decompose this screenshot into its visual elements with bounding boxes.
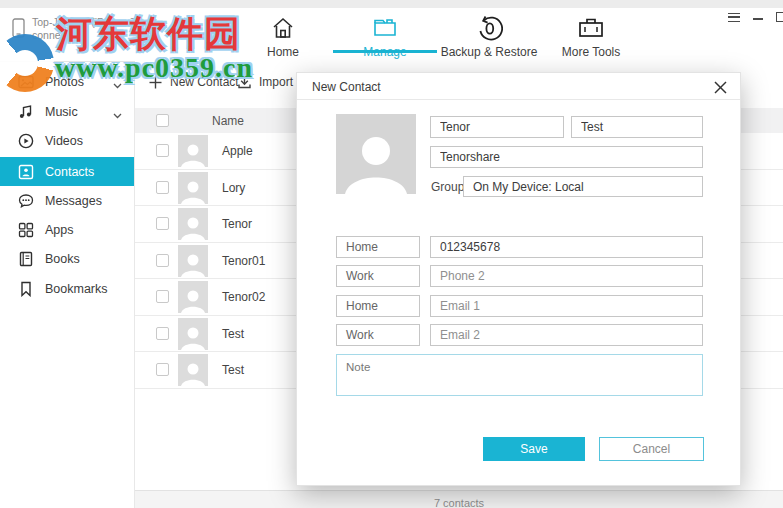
phone2-field[interactable] <box>430 265 703 287</box>
chevron-down-icon[interactable] <box>113 108 122 122</box>
row-checkbox[interactable] <box>156 290 169 303</box>
contacts-icon <box>18 164 34 180</box>
email1-field[interactable] <box>430 295 703 317</box>
row-checkbox[interactable] <box>156 363 169 376</box>
new-contact-dialog: New Contact Group Home Work Home Work Sa… <box>296 72 741 486</box>
avatar-placeholder <box>178 354 208 386</box>
tab-more-tools-label: More Tools <box>531 45 651 59</box>
sidebar-item-music[interactable]: Music <box>0 97 134 126</box>
sidebar: Photos Music Videos Contacts Messages Ap… <box>0 62 135 508</box>
sidebar-item-label: Books <box>45 252 80 266</box>
sidebar-item-videos[interactable]: Videos <box>0 126 134 155</box>
first-name-field[interactable] <box>430 116 564 138</box>
window-controls <box>728 12 783 22</box>
group-label: Group <box>431 180 464 194</box>
photos-icon <box>18 74 34 90</box>
contact-photo-placeholder[interactable] <box>336 114 416 194</box>
sidebar-item-bookmarks[interactable]: Bookmarks <box>0 274 134 303</box>
sidebar-item-contacts[interactable]: Contacts <box>0 157 134 186</box>
row-checkbox[interactable] <box>156 181 169 194</box>
messages-icon <box>18 193 34 209</box>
apps-icon <box>18 222 34 238</box>
phone1-field[interactable] <box>430 236 703 258</box>
manage-folder-icon <box>325 14 445 42</box>
contact-name: Test <box>222 363 244 377</box>
phone1-type-label: Home <box>346 240 378 254</box>
phone-icon <box>12 18 25 38</box>
avatar-placeholder <box>178 281 208 313</box>
sidebar-item-apps[interactable]: Apps <box>0 215 134 244</box>
avatar-placeholder <box>178 135 208 167</box>
dialog-title: New Contact <box>312 80 381 94</box>
plus-icon <box>149 76 162 89</box>
minimize-icon[interactable] <box>753 18 763 20</box>
sidebar-item-photos[interactable]: Photos <box>0 67 134 96</box>
sidebar-item-label: Music <box>45 105 78 119</box>
chevron-down-icon[interactable] <box>113 78 122 92</box>
avatar-placeholder <box>178 245 208 277</box>
maximize-icon[interactable] <box>776 12 783 22</box>
group-field[interactable] <box>463 176 703 197</box>
row-checkbox[interactable] <box>156 327 169 340</box>
sidebar-item-messages[interactable]: Messages <box>0 186 134 215</box>
videos-icon <box>18 133 34 149</box>
avatar-placeholder <box>178 172 208 204</box>
row-checkbox[interactable] <box>156 254 169 267</box>
email2-type-selector[interactable]: Work <box>336 324 420 346</box>
name-column-header: Name <box>212 114 244 128</box>
contact-name: Tenor01 <box>222 254 265 268</box>
new-contact-button[interactable]: New Contact <box>149 75 239 89</box>
phone2-type-label: Work <box>346 269 374 283</box>
window-top-edge <box>0 0 783 8</box>
import-label: Import <box>259 75 293 89</box>
import-icon <box>238 75 251 89</box>
email2-field[interactable] <box>430 324 703 346</box>
device-indicator: Top-Jonse'.. (iPhone 7) connected <box>12 16 140 42</box>
device-status: connected <box>32 29 140 42</box>
contact-name: Tenor02 <box>222 290 265 304</box>
device-name: Top-Jonse'.. (iPhone 7) <box>32 16 140 29</box>
select-all-checkbox[interactable] <box>156 114 169 127</box>
row-checkbox[interactable] <box>156 144 169 157</box>
company-field[interactable] <box>430 146 703 168</box>
contacts-count: 7 contacts <box>135 490 783 508</box>
new-contact-label: New Contact <box>170 75 239 89</box>
app-window: Top-Jonse'.. (iPhone 7) connected Home M… <box>0 0 783 508</box>
active-tab-underline <box>333 50 437 53</box>
sidebar-item-label: Photos <box>45 75 84 89</box>
sidebar-item-books[interactable]: Books <box>0 244 134 273</box>
contact-name: Test <box>222 327 244 341</box>
last-name-field[interactable] <box>571 116 703 138</box>
music-icon <box>18 104 34 120</box>
close-icon[interactable] <box>712 79 728 95</box>
contact-name: Lory <box>222 181 245 195</box>
avatar-placeholder <box>178 318 208 350</box>
row-checkbox[interactable] <box>156 217 169 230</box>
phone1-type-selector[interactable]: Home <box>336 236 420 258</box>
bookmarks-icon <box>18 281 34 297</box>
email1-type-label: Home <box>346 299 378 313</box>
email2-type-label: Work <box>346 328 374 342</box>
sidebar-item-label: Bookmarks <box>45 282 108 296</box>
header: Top-Jonse'.. (iPhone 7) connected Home M… <box>0 8 783 62</box>
note-field[interactable] <box>336 354 703 396</box>
sidebar-item-label: Contacts <box>45 165 94 179</box>
email1-type-selector[interactable]: Home <box>336 295 420 317</box>
sidebar-item-label: Videos <box>45 134 83 148</box>
sidebar-item-label: Messages <box>45 194 102 208</box>
contact-name: Tenor <box>222 217 252 231</box>
save-button[interactable]: Save <box>483 437 585 461</box>
dialog-header: New Contact <box>297 73 740 100</box>
avatar-placeholder <box>178 208 208 240</box>
phone2-type-selector[interactable]: Work <box>336 265 420 287</box>
more-tools-icon <box>531 14 651 42</box>
contact-name: Apple <box>222 144 253 158</box>
cancel-button[interactable]: Cancel <box>599 437 704 461</box>
sidebar-item-label: Apps <box>45 223 74 237</box>
import-button[interactable]: Import <box>238 75 293 89</box>
menu-icon[interactable] <box>728 13 740 22</box>
tab-more-tools[interactable]: More Tools <box>531 14 651 59</box>
books-icon <box>18 251 34 267</box>
